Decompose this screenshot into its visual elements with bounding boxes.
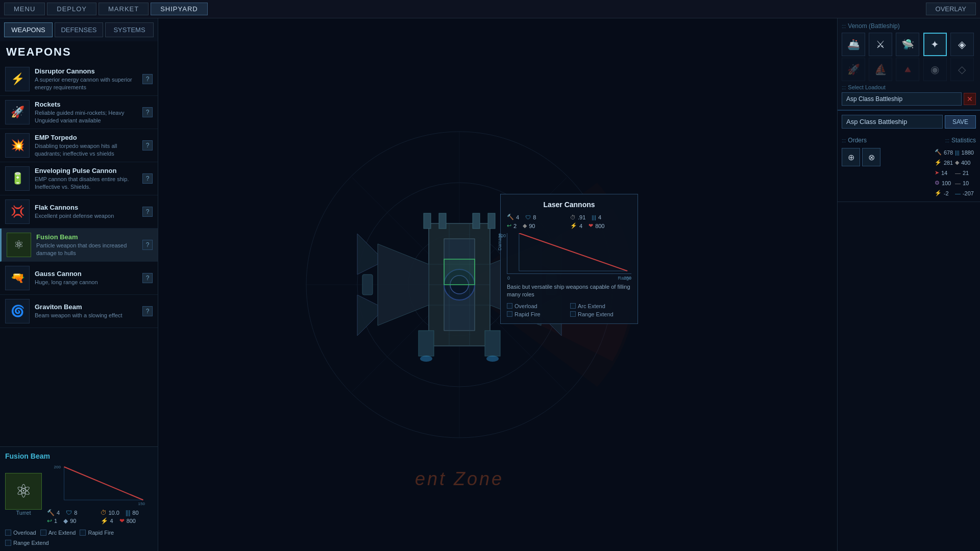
stat-bounce: ↩ 1 ◆ 90 — [47, 517, 100, 524]
stat-val: 8 — [74, 510, 77, 516]
loadout-clear-button[interactable]: ✕ — [964, 93, 976, 105]
svg-rect-21 — [485, 331, 500, 356]
stat-val: 80 — [132, 510, 138, 516]
range-extend-cb[interactable]: Range Extend — [570, 311, 631, 317]
weapon-item[interactable]: 🔋 Enveloping Pulse Cannon EMP cannon tha… — [0, 162, 158, 195]
weapon-item[interactable]: 💢 Flak Cannons Excellent point defense w… — [0, 195, 158, 229]
stat-row: ◆ 400 — [955, 158, 974, 167]
weapon-help-icon[interactable]: ? — [142, 240, 153, 250]
weapon-help-icon[interactable]: ? — [142, 173, 153, 184]
stat-value: 14 — [941, 170, 947, 176]
weapon-help-icon[interactable]: ? — [142, 140, 153, 151]
ship-thumb[interactable]: 🚀 — [842, 58, 865, 81]
weapon-help-icon[interactable]: ? — [142, 74, 153, 84]
rapid-fire-cb[interactable]: Rapid Fire — [507, 311, 568, 317]
weapon-item[interactable]: 🚀 Rockets Reliable guided mini-rockets; … — [0, 96, 158, 129]
rapid-fire-checkbox[interactable]: Rapid Fire — [80, 530, 114, 536]
market-button[interactable]: MARKET — [99, 3, 149, 15]
selected-weapon-title: Fusion Beam — [5, 452, 153, 460]
stat-row: 🔨 678 — [935, 148, 953, 157]
save-button[interactable]: SAVE — [945, 115, 976, 129]
ship-grid: 🚢 ⚔ 🛸 ✦ ◈ 🚀 ⛵ 🔺 ◉ ◇ — [842, 33, 976, 81]
stat-val: 800 — [595, 223, 604, 229]
stat-attack: 🔨 4 🛡 8 — [47, 509, 100, 516]
weapon-help-icon[interactable]: ? — [142, 207, 153, 217]
menu-button[interactable]: MENU — [4, 3, 45, 15]
pulse-cannon-icon: 🔋 — [5, 166, 30, 191]
select-loadout-label: Select Loadout — [842, 84, 976, 90]
tooltip-title: Laser Cannons — [507, 201, 631, 209]
weapon-name: Flak Cannons — [35, 204, 137, 211]
overlay-button[interactable]: OVERLAY — [926, 3, 976, 15]
order-attack-icon[interactable]: ⊕ — [842, 148, 860, 166]
ship-thumb[interactable]: 🛸 — [896, 33, 919, 56]
stat-val: 8 — [533, 214, 536, 220]
tab-defenses[interactable]: Defenses — [55, 22, 103, 37]
weapon-list: ⚡ Disruptor Cannons A superior energy ca… — [0, 61, 158, 446]
overload-cb[interactable]: Overload — [507, 303, 568, 309]
ship-thumb[interactable]: 🚢 — [842, 33, 865, 56]
weapon-help-icon[interactable]: ? — [142, 107, 153, 117]
stat-row: ||| 1880 — [955, 148, 974, 157]
arc-extend-checkbox[interactable]: Arc Extend — [40, 530, 76, 536]
weapon-desc: Disabling torpedo weapon hits all quadra… — [35, 142, 137, 157]
right-panel: Venom (Battleship) 🚢 ⚔ 🛸 ✦ ◈ 🚀 ⛵ 🔺 ◉ ◇ S… — [837, 18, 980, 551]
svg-rect-24 — [473, 213, 480, 229]
ship-thumb[interactable]: 🔺 — [896, 58, 919, 81]
stat-val: 800 — [127, 518, 136, 524]
weapon-item-fusion-beam[interactable]: ⚛ Fusion Beam Particle weapon that does … — [0, 229, 158, 262]
stat-row: — 10 — [955, 179, 974, 187]
weapon-item[interactable]: 🌀 Graviton Beam Beam weapon with a slowi… — [0, 295, 158, 328]
ship-name-input[interactable] — [842, 115, 943, 129]
weapon-item[interactable]: 🔫 Gauss Cannon Huge, long range cannon ? — [0, 262, 158, 295]
svg-marker-14 — [378, 244, 429, 325]
tooltip-stat: ↩2 ◆90 — [507, 222, 568, 229]
tab-weapons[interactable]: Weapons — [4, 22, 53, 37]
weapon-desc: Excellent point defense weapon — [35, 212, 137, 219]
loadout-input[interactable] — [842, 92, 962, 106]
stat-val: 90 — [529, 223, 535, 229]
ship-thumb[interactable]: ◈ — [950, 33, 974, 56]
engagement-zone-label: ent Zone — [415, 468, 504, 490]
svg-point-36 — [420, 356, 432, 362]
weapon-name: Gauss Cannon — [35, 270, 137, 278]
weapon-item[interactable]: ⚡ Disruptor Cannons A superior energy ca… — [0, 63, 158, 96]
stat-val: 90 — [70, 518, 76, 524]
tooltip-stats: 🔨4 🛡8 ⏱.91 |||4 ↩2 ◆90 ⚡4 ❤800 — [507, 214, 631, 229]
shipyard-button[interactable]: SHIPYARD — [151, 3, 208, 15]
stat-value: -2 — [944, 190, 949, 196]
stat-value: -207 — [963, 190, 974, 196]
arc-extend-cb[interactable]: Arc Extend — [570, 303, 631, 309]
tooltip-chart: Damage 100 Range 0 250 — [507, 233, 631, 274]
weapon-help-icon[interactable]: ? — [142, 273, 153, 283]
svg-rect-25 — [488, 213, 495, 229]
stat-val: 4 — [598, 214, 601, 220]
svg-rect-28 — [362, 274, 373, 295]
order-defend-icon[interactable]: ⊗ — [862, 148, 880, 166]
stat-row: ⚙ 100 — [935, 179, 953, 187]
ship-thumb[interactable]: ◉ — [923, 58, 947, 81]
tooltip-stat: ⏱.91 |||4 — [570, 214, 631, 220]
svg-marker-16 — [357, 234, 378, 274]
stat-value: 100 — [942, 180, 951, 186]
weapon-help-icon[interactable]: ? — [142, 306, 153, 316]
range-max-value: 250 — [624, 276, 631, 281]
range-extend-checkbox[interactable]: Range Extend — [5, 540, 49, 546]
stat-cooldown: ⏱ 10.0 ||| 80 — [101, 509, 153, 516]
weapon-name: Disruptor Cannons — [35, 67, 137, 75]
stat-val: 1 — [54, 518, 57, 524]
ship-thumb[interactable]: ⛵ — [869, 58, 892, 81]
svg-text:200: 200 — [54, 465, 61, 469]
ship-thumb-selected[interactable]: ✦ — [923, 33, 947, 56]
ship-thumb[interactable]: ⚔ — [869, 33, 892, 56]
overload-checkbox[interactable]: Overload — [5, 530, 36, 536]
stat-val: 4 — [110, 518, 113, 524]
weapon-item[interactable]: 💥 EMP Torpedo Disabling torpedo weapon h… — [0, 129, 158, 162]
weapon-desc: Particle weapon that does increased dama… — [36, 242, 137, 257]
tab-systems[interactable]: Systems — [105, 22, 154, 37]
tooltip-checkboxes: Overload Arc Extend Rapid Fire Range Ext… — [507, 303, 631, 317]
ship-thumb[interactable]: ◇ — [950, 58, 974, 81]
deploy-button[interactable]: DEPLOY — [47, 3, 96, 15]
weapon-desc: Beam weapon with a slowing effect — [35, 312, 137, 319]
weapon-name: Rockets — [35, 101, 137, 108]
